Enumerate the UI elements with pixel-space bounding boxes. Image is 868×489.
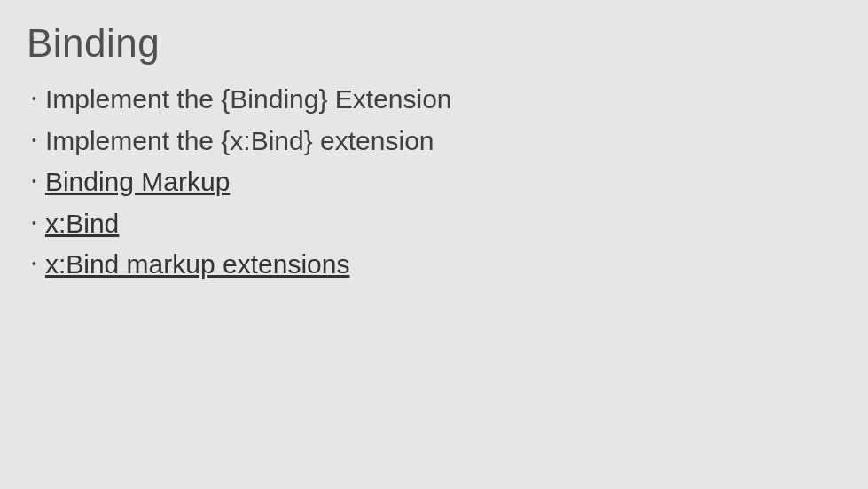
list-item: • Implement the {Binding} Extension [32,82,841,118]
list-item: • Binding Markup [32,164,841,201]
xbind-markup-extensions-link[interactable]: x:Bind markup extensions [45,247,350,283]
list-item-text: Implement the {x:Bind} extension [45,123,434,160]
bullet-icon: • [32,173,36,190]
xbind-link[interactable]: x:Bind [45,206,119,242]
bullet-icon: • [32,215,36,232]
page-title: Binding [27,21,841,66]
list-item: • x:Bind [32,206,841,242]
bullet-icon: • [32,132,36,149]
list-item: • x:Bind markup extensions [32,247,841,283]
bullet-icon: • [32,91,36,107]
binding-markup-link[interactable]: Binding Markup [45,164,230,201]
list-item: • Implement the {x:Bind} extension [32,123,841,160]
bullet-list: • Implement the {Binding} Extension • Im… [27,82,841,283]
bullet-icon: • [32,256,36,272]
list-item-text: Implement the {Binding} Extension [45,82,452,118]
